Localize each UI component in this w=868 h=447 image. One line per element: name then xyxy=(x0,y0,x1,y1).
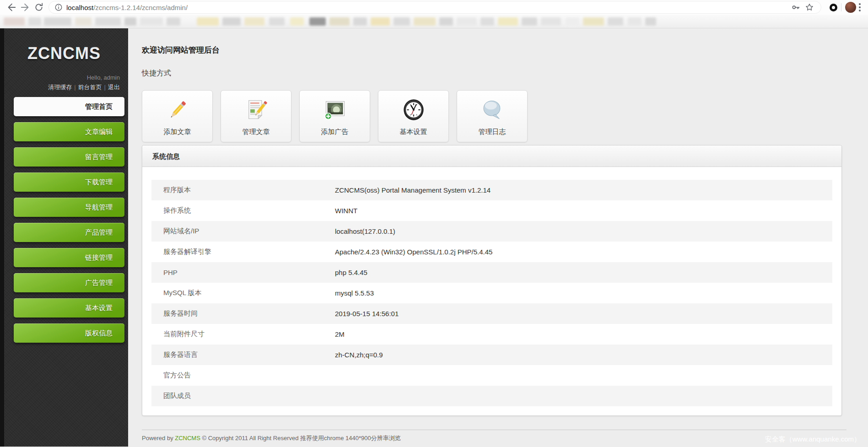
sidebar-item-copyright-info[interactable]: 版权信息 xyxy=(14,323,124,343)
sidebar-link-site-front-home[interactable]: 前台首页 xyxy=(78,84,102,91)
info-row: 网站域名/IPlocalhost(127.0.0.1) xyxy=(151,221,832,242)
blurred-bookmark-item[interactable] xyxy=(394,17,410,26)
info-label: 操作系统 xyxy=(163,206,335,215)
blurred-bookmark-item[interactable] xyxy=(522,17,537,26)
toolbar-divider xyxy=(841,3,841,11)
anquanke-watermark: 安全客（www.anquanke.com） xyxy=(765,435,861,444)
blurred-bookmark-item[interactable] xyxy=(167,17,180,26)
shortcut-card-basic-settings[interactable]: 基本设置 xyxy=(378,90,449,142)
blurred-bookmark-item[interactable] xyxy=(95,17,121,26)
password-key-icon[interactable] xyxy=(789,0,803,14)
blurred-bookmark-item[interactable] xyxy=(414,17,436,26)
info-row: 操作系统WINNT xyxy=(151,200,832,221)
shortcut-card-add-ad[interactable]: 添加广告 xyxy=(299,90,370,142)
info-row: 服务器解译引擎Apache/2.4.23 (Win32) OpenSSL/1.0… xyxy=(151,242,832,262)
blurred-bookmark-item[interactable] xyxy=(124,17,136,26)
blurred-bookmark-item[interactable] xyxy=(457,17,477,26)
blurred-bookmark-item[interactable] xyxy=(566,17,579,26)
sidebar-link-clear-cache[interactable]: 清理缓存 xyxy=(48,84,72,91)
sidebar-item-basic-settings[interactable]: 基本设置 xyxy=(14,298,124,318)
blurred-bookmark-item[interactable] xyxy=(608,17,623,26)
sidebar-item-link-management[interactable]: 链接管理 xyxy=(14,248,124,267)
admin-page: ZCNCMS Hello, admin 清理缓存|前台首页|退出 管理首页文章编… xyxy=(0,28,868,447)
info-value: 2019-05-15 14:56:01 xyxy=(335,310,399,318)
blurred-bookmark-item[interactable] xyxy=(309,17,326,26)
system-info-table: 程序版本ZCNCMS(oss) Portal Management System… xyxy=(142,167,841,415)
info-label: 当前附件尺寸 xyxy=(163,330,335,339)
document-pencil-icon xyxy=(244,97,268,123)
blurred-bookmark-item[interactable] xyxy=(628,17,642,26)
info-row: 服务器语言zh-CN,zh;q=0.9 xyxy=(151,345,832,365)
blurred-bookmark-item[interactable] xyxy=(28,17,41,26)
info-label: 程序版本 xyxy=(163,186,335,194)
blurred-bookmark-item[interactable] xyxy=(44,17,71,26)
blurred-bookmark-item[interactable] xyxy=(583,17,604,26)
shortcut-label: 基本设置 xyxy=(400,128,427,136)
shortcut-card-add-article[interactable]: 添加文章 xyxy=(142,90,213,142)
link-separator: | xyxy=(74,84,75,91)
info-row: MySQL 版本mysql 5.5.53 xyxy=(151,283,832,303)
shortcut-label: 管理文章 xyxy=(243,128,270,136)
url-text[interactable]: localhost/zcncms-1.2.14/zcncms/admin/ xyxy=(66,4,188,11)
speech-bubble-icon xyxy=(480,97,504,123)
sidebar-item-ad-management[interactable]: 广告管理 xyxy=(14,273,124,292)
info-row: 当前附件尺寸2M xyxy=(151,324,832,345)
shortcut-label: 管理日志 xyxy=(479,128,506,136)
sidebar-link-logout[interactable]: 退出 xyxy=(108,84,120,91)
zcncms-logo: ZCNCMS xyxy=(0,44,128,63)
info-value: WINNT xyxy=(335,207,357,215)
blurred-bookmark-item[interactable] xyxy=(75,17,92,26)
info-label: 网站域名/IP xyxy=(163,227,335,236)
extension-icon[interactable] xyxy=(830,4,837,11)
sidebar-item-download-management[interactable]: 下载管理 xyxy=(14,172,124,192)
info-row: 官方公告 xyxy=(151,365,832,386)
address-bar[interactable]: localhost/zcncms-1.2.14/zcncms/admin/ xyxy=(49,1,821,14)
info-value: php 5.4.45 xyxy=(335,269,367,276)
info-value: zh-CN,zh;q=0.9 xyxy=(335,351,383,359)
image-plus-icon xyxy=(323,97,347,123)
forward-icon[interactable] xyxy=(18,0,32,14)
url-path: /zcncms-1.2.14/zcncms/admin/ xyxy=(93,4,188,11)
bookmark-star-icon[interactable] xyxy=(803,0,816,14)
profile-avatar[interactable] xyxy=(845,2,856,13)
blurred-bookmark-item[interactable] xyxy=(140,17,163,26)
blurred-bookmark-item[interactable] xyxy=(244,17,264,26)
info-label: PHP xyxy=(163,269,335,276)
sidebar-item-article-edit[interactable]: 文章编辑 xyxy=(14,122,124,141)
page-info-icon[interactable] xyxy=(54,3,63,11)
blurred-bookmark-item[interactable] xyxy=(480,17,494,26)
zcncms-footer-link[interactable]: ZCNCMS xyxy=(175,435,200,442)
shortcut-card-manage-article[interactable]: 管理文章 xyxy=(221,90,291,142)
shortcut-label: 添加广告 xyxy=(321,128,349,136)
blurred-bookmark-item[interactable] xyxy=(290,17,304,26)
system-info-panel: 系统信息 程序版本ZCNCMS(oss) Portal Management S… xyxy=(142,145,842,416)
blurred-bookmark-item[interactable] xyxy=(498,17,518,26)
blurred-bookmark-item[interactable] xyxy=(4,17,25,26)
blurred-bookmark-item[interactable] xyxy=(329,17,350,26)
url-host: localhost xyxy=(66,4,93,11)
bookmarks-bar xyxy=(0,15,868,28)
blurred-bookmark-item[interactable] xyxy=(222,17,241,26)
shortcut-card-manage-log[interactable]: 管理日志 xyxy=(457,90,528,142)
blurred-bookmark-item[interactable] xyxy=(269,17,285,26)
blurred-bookmark-item[interactable] xyxy=(353,17,367,26)
info-label: 团队成员 xyxy=(163,392,335,400)
sidebar-item-message-management[interactable]: 留言管理 xyxy=(14,147,124,167)
info-row: 服务器时间2019-05-15 14:56:01 xyxy=(151,303,832,324)
info-value: 2M xyxy=(335,330,345,338)
browser-menu-icon[interactable] xyxy=(856,1,863,13)
blurred-bookmark-item[interactable] xyxy=(541,17,561,26)
sidebar-item-admin-home[interactable]: 管理首页 xyxy=(14,97,124,116)
sidebar-item-nav-management[interactable]: 导航管理 xyxy=(14,198,124,217)
blurred-bookmark-item[interactable] xyxy=(371,17,390,26)
blurred-bookmark-item[interactable] xyxy=(197,17,219,26)
blurred-bookmark-item[interactable] xyxy=(439,17,453,26)
info-label: 服务器解译引擎 xyxy=(163,248,335,256)
powered-by-prefix: Powered by xyxy=(142,435,175,442)
back-icon[interactable] xyxy=(5,0,18,14)
shortcut-cards: 添加文章管理文章添加广告基本设置管理日志 xyxy=(142,90,868,142)
sidebar-item-product-management[interactable]: 产品管理 xyxy=(14,223,124,242)
info-row: 团队成员 xyxy=(151,386,832,406)
blurred-bookmark-item[interactable] xyxy=(645,17,656,26)
reload-icon[interactable] xyxy=(32,0,46,14)
